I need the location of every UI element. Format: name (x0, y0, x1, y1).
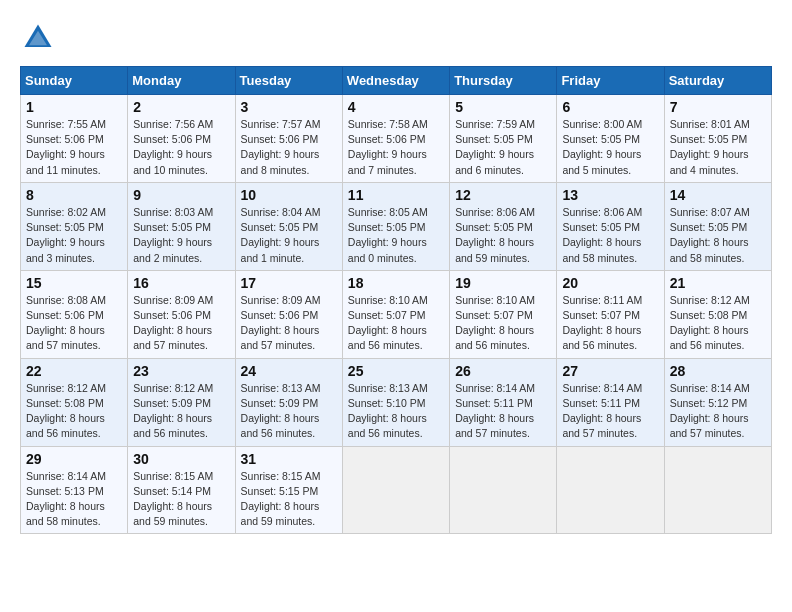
calendar-day-cell: 9 Sunrise: 8:03 AM Sunset: 5:05 PM Dayli… (128, 182, 235, 270)
calendar-day-cell (450, 446, 557, 534)
day-number: 20 (562, 275, 658, 291)
day-detail: Sunrise: 8:00 AM Sunset: 5:05 PM Dayligh… (562, 117, 658, 178)
day-detail: Sunrise: 8:13 AM Sunset: 5:10 PM Dayligh… (348, 381, 444, 442)
day-number: 12 (455, 187, 551, 203)
calendar-day-cell: 5 Sunrise: 7:59 AM Sunset: 5:05 PM Dayli… (450, 95, 557, 183)
day-number: 19 (455, 275, 551, 291)
calendar-week-row: 15 Sunrise: 8:08 AM Sunset: 5:06 PM Dayl… (21, 270, 772, 358)
calendar-day-cell: 8 Sunrise: 8:02 AM Sunset: 5:05 PM Dayli… (21, 182, 128, 270)
day-detail: Sunrise: 8:14 AM Sunset: 5:11 PM Dayligh… (562, 381, 658, 442)
day-number: 26 (455, 363, 551, 379)
day-number: 18 (348, 275, 444, 291)
day-number: 29 (26, 451, 122, 467)
calendar-table: SundayMondayTuesdayWednesdayThursdayFrid… (20, 66, 772, 534)
calendar-week-row: 29 Sunrise: 8:14 AM Sunset: 5:13 PM Dayl… (21, 446, 772, 534)
day-number: 1 (26, 99, 122, 115)
day-detail: Sunrise: 7:56 AM Sunset: 5:06 PM Dayligh… (133, 117, 229, 178)
calendar-day-cell: 11 Sunrise: 8:05 AM Sunset: 5:05 PM Dayl… (342, 182, 449, 270)
calendar-day-cell: 23 Sunrise: 8:12 AM Sunset: 5:09 PM Dayl… (128, 358, 235, 446)
day-detail: Sunrise: 8:15 AM Sunset: 5:14 PM Dayligh… (133, 469, 229, 530)
day-detail: Sunrise: 8:09 AM Sunset: 5:06 PM Dayligh… (133, 293, 229, 354)
calendar-week-row: 1 Sunrise: 7:55 AM Sunset: 5:06 PM Dayli… (21, 95, 772, 183)
logo-icon (20, 20, 56, 56)
day-detail: Sunrise: 8:03 AM Sunset: 5:05 PM Dayligh… (133, 205, 229, 266)
day-detail: Sunrise: 8:06 AM Sunset: 5:05 PM Dayligh… (455, 205, 551, 266)
day-number: 11 (348, 187, 444, 203)
day-detail: Sunrise: 7:58 AM Sunset: 5:06 PM Dayligh… (348, 117, 444, 178)
day-number: 23 (133, 363, 229, 379)
calendar-day-cell: 1 Sunrise: 7:55 AM Sunset: 5:06 PM Dayli… (21, 95, 128, 183)
day-detail: Sunrise: 8:14 AM Sunset: 5:12 PM Dayligh… (670, 381, 766, 442)
day-detail: Sunrise: 8:12 AM Sunset: 5:08 PM Dayligh… (670, 293, 766, 354)
calendar-day-cell: 12 Sunrise: 8:06 AM Sunset: 5:05 PM Dayl… (450, 182, 557, 270)
logo (20, 20, 62, 56)
day-number: 21 (670, 275, 766, 291)
day-number: 30 (133, 451, 229, 467)
calendar-day-cell: 27 Sunrise: 8:14 AM Sunset: 5:11 PM Dayl… (557, 358, 664, 446)
calendar-day-cell: 6 Sunrise: 8:00 AM Sunset: 5:05 PM Dayli… (557, 95, 664, 183)
day-number: 14 (670, 187, 766, 203)
day-detail: Sunrise: 8:11 AM Sunset: 5:07 PM Dayligh… (562, 293, 658, 354)
day-number: 22 (26, 363, 122, 379)
day-number: 4 (348, 99, 444, 115)
day-number: 31 (241, 451, 337, 467)
day-detail: Sunrise: 8:07 AM Sunset: 5:05 PM Dayligh… (670, 205, 766, 266)
calendar-day-cell: 24 Sunrise: 8:13 AM Sunset: 5:09 PM Dayl… (235, 358, 342, 446)
weekday-header: Tuesday (235, 67, 342, 95)
calendar-day-cell: 25 Sunrise: 8:13 AM Sunset: 5:10 PM Dayl… (342, 358, 449, 446)
day-detail: Sunrise: 7:59 AM Sunset: 5:05 PM Dayligh… (455, 117, 551, 178)
weekday-header-row: SundayMondayTuesdayWednesdayThursdayFrid… (21, 67, 772, 95)
calendar-day-cell: 2 Sunrise: 7:56 AM Sunset: 5:06 PM Dayli… (128, 95, 235, 183)
weekday-header: Friday (557, 67, 664, 95)
day-number: 16 (133, 275, 229, 291)
calendar-day-cell: 31 Sunrise: 8:15 AM Sunset: 5:15 PM Dayl… (235, 446, 342, 534)
day-number: 3 (241, 99, 337, 115)
day-number: 15 (26, 275, 122, 291)
day-number: 13 (562, 187, 658, 203)
day-detail: Sunrise: 8:04 AM Sunset: 5:05 PM Dayligh… (241, 205, 337, 266)
day-number: 8 (26, 187, 122, 203)
day-detail: Sunrise: 8:06 AM Sunset: 5:05 PM Dayligh… (562, 205, 658, 266)
day-number: 17 (241, 275, 337, 291)
calendar-day-cell: 28 Sunrise: 8:14 AM Sunset: 5:12 PM Dayl… (664, 358, 771, 446)
weekday-header: Saturday (664, 67, 771, 95)
calendar-day-cell: 16 Sunrise: 8:09 AM Sunset: 5:06 PM Dayl… (128, 270, 235, 358)
day-number: 24 (241, 363, 337, 379)
weekday-header: Monday (128, 67, 235, 95)
day-detail: Sunrise: 8:01 AM Sunset: 5:05 PM Dayligh… (670, 117, 766, 178)
day-number: 10 (241, 187, 337, 203)
calendar-day-cell: 20 Sunrise: 8:11 AM Sunset: 5:07 PM Dayl… (557, 270, 664, 358)
calendar-day-cell: 4 Sunrise: 7:58 AM Sunset: 5:06 PM Dayli… (342, 95, 449, 183)
day-detail: Sunrise: 8:05 AM Sunset: 5:05 PM Dayligh… (348, 205, 444, 266)
day-detail: Sunrise: 8:08 AM Sunset: 5:06 PM Dayligh… (26, 293, 122, 354)
calendar-day-cell: 10 Sunrise: 8:04 AM Sunset: 5:05 PM Dayl… (235, 182, 342, 270)
calendar-day-cell (557, 446, 664, 534)
calendar-day-cell: 14 Sunrise: 8:07 AM Sunset: 5:05 PM Dayl… (664, 182, 771, 270)
calendar-day-cell: 18 Sunrise: 8:10 AM Sunset: 5:07 PM Dayl… (342, 270, 449, 358)
calendar-day-cell (342, 446, 449, 534)
calendar-day-cell: 30 Sunrise: 8:15 AM Sunset: 5:14 PM Dayl… (128, 446, 235, 534)
day-number: 6 (562, 99, 658, 115)
day-detail: Sunrise: 8:09 AM Sunset: 5:06 PM Dayligh… (241, 293, 337, 354)
day-number: 27 (562, 363, 658, 379)
day-detail: Sunrise: 8:10 AM Sunset: 5:07 PM Dayligh… (455, 293, 551, 354)
calendar-week-row: 22 Sunrise: 8:12 AM Sunset: 5:08 PM Dayl… (21, 358, 772, 446)
page-header (20, 20, 772, 56)
calendar-day-cell (664, 446, 771, 534)
day-detail: Sunrise: 8:12 AM Sunset: 5:09 PM Dayligh… (133, 381, 229, 442)
weekday-header: Sunday (21, 67, 128, 95)
day-number: 9 (133, 187, 229, 203)
weekday-header: Wednesday (342, 67, 449, 95)
calendar-week-row: 8 Sunrise: 8:02 AM Sunset: 5:05 PM Dayli… (21, 182, 772, 270)
weekday-header: Thursday (450, 67, 557, 95)
day-detail: Sunrise: 7:57 AM Sunset: 5:06 PM Dayligh… (241, 117, 337, 178)
day-number: 25 (348, 363, 444, 379)
calendar-day-cell: 19 Sunrise: 8:10 AM Sunset: 5:07 PM Dayl… (450, 270, 557, 358)
calendar-day-cell: 26 Sunrise: 8:14 AM Sunset: 5:11 PM Dayl… (450, 358, 557, 446)
calendar-day-cell: 13 Sunrise: 8:06 AM Sunset: 5:05 PM Dayl… (557, 182, 664, 270)
day-detail: Sunrise: 7:55 AM Sunset: 5:06 PM Dayligh… (26, 117, 122, 178)
day-detail: Sunrise: 8:12 AM Sunset: 5:08 PM Dayligh… (26, 381, 122, 442)
day-detail: Sunrise: 8:14 AM Sunset: 5:13 PM Dayligh… (26, 469, 122, 530)
calendar-day-cell: 17 Sunrise: 8:09 AM Sunset: 5:06 PM Dayl… (235, 270, 342, 358)
day-number: 5 (455, 99, 551, 115)
